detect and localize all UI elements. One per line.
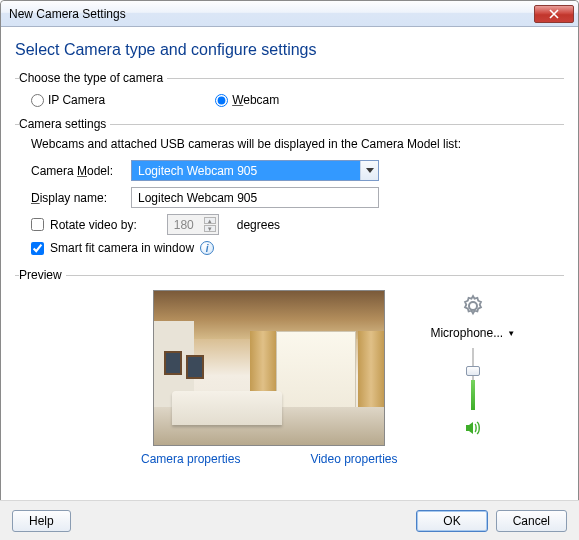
mic-volume-slider[interactable] — [466, 348, 480, 410]
help-button[interactable]: Help — [12, 510, 71, 532]
radio-ip-camera[interactable]: IP Camera — [31, 93, 105, 107]
info-icon[interactable]: i — [200, 241, 214, 255]
camera-properties-link[interactable]: Camera properties — [141, 452, 240, 466]
smartfit-label: Smart fit camera in window — [50, 241, 194, 255]
preview-legend: Preview — [19, 268, 66, 282]
radio-ip-camera-input[interactable] — [31, 94, 44, 107]
smartfit-checkbox[interactable] — [31, 242, 44, 255]
window-title: New Camera Settings — [9, 7, 126, 21]
camera-type-group: Choose the type of camera IP Camera Webc… — [15, 71, 564, 111]
preview-settings-button[interactable] — [461, 294, 485, 318]
dialog-footer: Help OK Cancel — [0, 500, 579, 540]
slider-thumb[interactable] — [466, 366, 480, 376]
radio-webcam[interactable]: Webcam — [215, 93, 279, 107]
camera-model-select[interactable]: Logitech Webcam 905 — [131, 160, 379, 181]
chevron-down-icon[interactable] — [360, 161, 378, 180]
close-button[interactable] — [534, 5, 574, 23]
cancel-button[interactable]: Cancel — [496, 510, 567, 532]
camera-model-value: Logitech Webcam 905 — [132, 161, 360, 180]
radio-webcam-input[interactable] — [215, 94, 228, 107]
microphone-label: Microphone... — [430, 326, 503, 340]
chevron-down-icon: ▼ — [507, 329, 515, 338]
close-icon — [549, 9, 559, 19]
stepper-down-icon: ▼ — [204, 225, 216, 232]
preview-group: Preview Camera properties Video properti… — [15, 268, 564, 470]
camera-model-label: Camera Model: — [31, 164, 131, 178]
gear-icon — [461, 294, 485, 318]
ok-button[interactable]: OK — [416, 510, 487, 532]
radio-ip-camera-label: IP Camera — [48, 93, 105, 107]
rotate-unit: degrees — [237, 218, 280, 232]
page-title: Select Camera type and configure setting… — [15, 41, 564, 59]
microphone-select[interactable]: Microphone... ▼ — [430, 326, 515, 340]
display-name-input[interactable] — [131, 187, 379, 208]
camera-type-legend: Choose the type of camera — [19, 71, 167, 85]
rotate-checkbox[interactable] — [31, 218, 44, 231]
stepper-up-icon: ▲ — [204, 217, 216, 224]
radio-webcam-label: Webcam — [232, 93, 279, 107]
video-properties-link[interactable]: Video properties — [310, 452, 397, 466]
speaker-icon — [463, 418, 483, 438]
rotate-degrees-stepper: 180 ▲ ▼ — [167, 214, 219, 235]
rotate-label: Rotate video by: — [50, 218, 137, 232]
svg-point-0 — [469, 302, 477, 310]
test-sound-button[interactable] — [463, 418, 483, 441]
camera-settings-group: Camera settings Webcams and attached USB… — [15, 117, 564, 262]
camera-settings-caption: Webcams and attached USB cameras will be… — [19, 137, 560, 157]
display-name-label: Display name: — [31, 191, 131, 205]
preview-image — [153, 290, 385, 446]
titlebar: New Camera Settings — [1, 1, 578, 27]
camera-settings-legend: Camera settings — [19, 117, 110, 131]
rotate-degrees-value: 180 — [174, 218, 204, 232]
